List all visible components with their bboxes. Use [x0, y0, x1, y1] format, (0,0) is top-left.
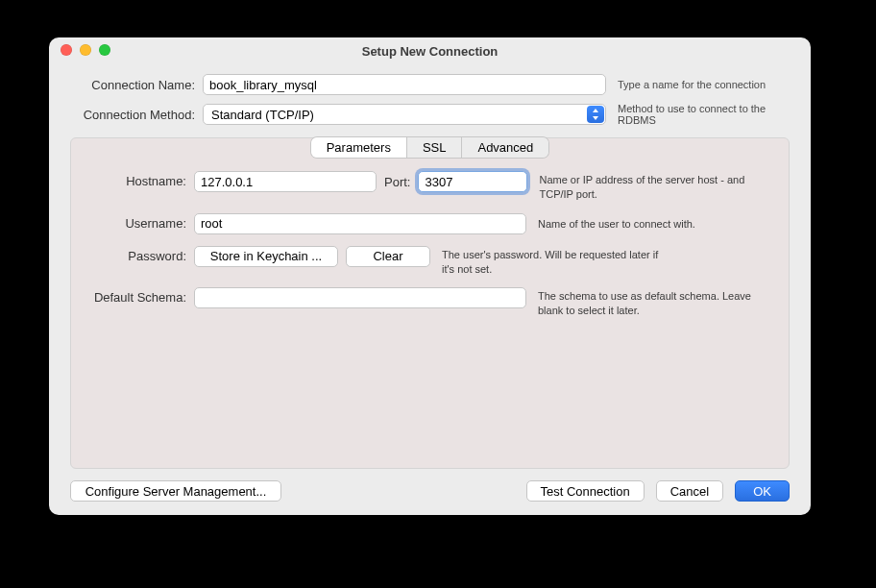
- hostname-input[interactable]: [194, 171, 377, 192]
- connection-method-value: Standard (TCP/IP): [211, 108, 314, 122]
- password-label: Password:: [85, 246, 186, 263]
- window-title: Setup New Connection: [362, 44, 499, 59]
- default-schema-input[interactable]: [194, 287, 526, 308]
- ok-button[interactable]: OK: [735, 480, 790, 502]
- hostname-label: Hostname:: [85, 171, 186, 188]
- hostname-desc: Name or IP address of the server host - …: [539, 171, 769, 202]
- connection-method-select[interactable]: Standard (TCP/IP): [203, 104, 606, 125]
- cancel-button[interactable]: Cancel: [656, 480, 723, 502]
- minimize-icon[interactable]: [80, 44, 91, 56]
- default-schema-label: Default Schema:: [85, 287, 186, 305]
- username-desc: Name of the user to connect with.: [538, 213, 768, 232]
- settings-panel: Parameters SSL Advanced Hostname: Port:: [70, 137, 790, 469]
- tab-advanced[interactable]: Advanced: [462, 137, 548, 158]
- port-label: Port:: [384, 175, 410, 189]
- tab-parameters[interactable]: Parameters: [311, 137, 407, 158]
- store-keychain-button[interactable]: Store in Keychain ...: [194, 246, 338, 267]
- configure-server-button[interactable]: Configure Server Management...: [70, 480, 281, 502]
- zoom-icon[interactable]: [99, 44, 110, 56]
- username-label: Username:: [85, 213, 186, 231]
- close-icon[interactable]: [61, 44, 72, 56]
- connection-method-desc: Method to use to connect to the RDBMS: [618, 103, 790, 126]
- password-desc: The user's password. Will be requested l…: [442, 246, 672, 277]
- connection-name-desc: Type a name for the connection: [618, 79, 790, 90]
- dialog-window: Setup New Connection Connection Name: Ty…: [49, 37, 811, 515]
- titlebar: Setup New Connection: [49, 37, 811, 64]
- tab-bar: Parameters SSL Advanced: [311, 137, 549, 158]
- default-schema-desc: The schema to use as default schema. Lea…: [538, 287, 768, 318]
- connection-name-label: Connection Name:: [70, 78, 195, 92]
- chevron-up-down-icon: [587, 106, 604, 123]
- tab-ssl[interactable]: SSL: [407, 137, 463, 158]
- port-input[interactable]: [418, 171, 527, 192]
- connection-name-input[interactable]: [203, 74, 606, 95]
- traffic-lights: [61, 44, 110, 56]
- username-input[interactable]: [194, 213, 526, 234]
- test-connection-button[interactable]: Test Connection: [526, 480, 645, 502]
- connection-method-label: Connection Method:: [70, 108, 195, 122]
- clear-password-button[interactable]: Clear: [346, 246, 430, 267]
